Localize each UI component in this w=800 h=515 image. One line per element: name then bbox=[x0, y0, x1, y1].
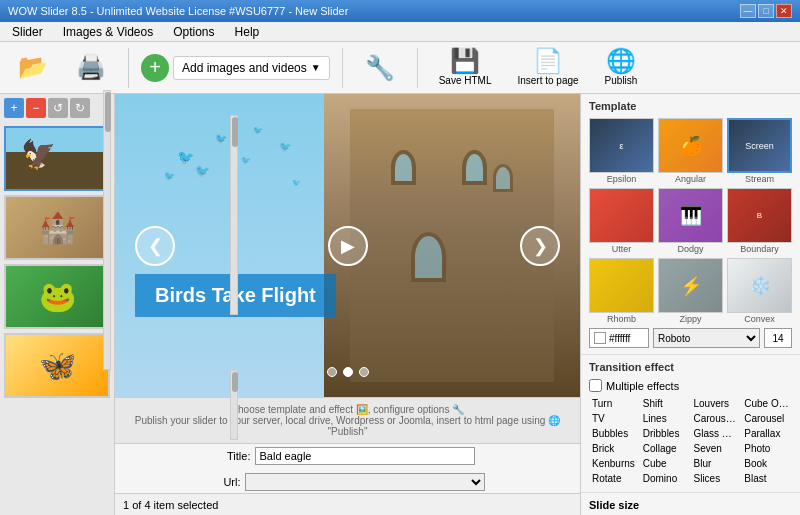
menu-slider[interactable]: Slider bbox=[4, 23, 51, 41]
thumb-remove-button[interactable]: − bbox=[26, 98, 46, 118]
trans-lines[interactable]: Lines bbox=[640, 411, 691, 426]
trans-turn[interactable]: Turn bbox=[589, 396, 640, 411]
title-label: Title: bbox=[221, 450, 251, 462]
template-section-title: Template bbox=[589, 100, 792, 112]
multiple-effects-checkbox[interactable] bbox=[589, 379, 602, 392]
minimize-button[interactable]: — bbox=[740, 4, 756, 18]
template-stream[interactable]: Screen Stream bbox=[727, 118, 792, 184]
trans-glass-paral[interactable]: Glass Paral... bbox=[691, 426, 742, 441]
add-circle-button[interactable]: + bbox=[141, 54, 169, 82]
slide-size-section: Slide size 640x360 800x450 1024x576 Boxe… bbox=[581, 492, 800, 515]
template-icon: 🖼️ bbox=[356, 404, 368, 415]
trans-cube[interactable]: Cube bbox=[640, 456, 691, 471]
template-utter[interactable]: Utter bbox=[589, 188, 654, 254]
trans-louvers[interactable]: Louvers bbox=[691, 396, 742, 411]
title-input[interactable] bbox=[255, 447, 475, 465]
template-thumb-convex[interactable]: ❄️ bbox=[727, 258, 792, 313]
add-dropdown-icon[interactable]: ▼ bbox=[311, 62, 321, 73]
trans-dribbles[interactable]: Dribbles bbox=[640, 426, 691, 441]
thumbnail-4[interactable]: 🦋 bbox=[4, 333, 110, 398]
thumb-scrollbar[interactable] bbox=[103, 94, 111, 370]
template-zippy[interactable]: ⚡ Zippy bbox=[658, 258, 723, 324]
template-label-epsilon: Epsilon bbox=[589, 174, 654, 184]
template-thumb-utter[interactable] bbox=[589, 188, 654, 243]
thumbnail-1[interactable]: 🦅 bbox=[4, 126, 110, 191]
trans-brick[interactable]: Brick bbox=[589, 441, 640, 456]
template-thumb-epsilon[interactable]: ε bbox=[589, 118, 654, 173]
trans-kenburns[interactable]: Kenburns bbox=[589, 456, 640, 471]
slide-dot-2[interactable] bbox=[343, 367, 353, 377]
url-select[interactable] bbox=[245, 473, 485, 491]
font-size-input[interactable] bbox=[764, 328, 792, 348]
template-dodgy[interactable]: 🎹 Dodgy bbox=[658, 188, 723, 254]
slide-play-button[interactable]: ▶ bbox=[328, 226, 368, 266]
template-epsilon[interactable]: ε Epsilon bbox=[589, 118, 654, 184]
template-thumb-stream[interactable]: Screen bbox=[727, 118, 792, 173]
thumbnail-2[interactable]: 🏰 bbox=[4, 195, 110, 260]
open-button[interactable]: 📂 bbox=[8, 50, 58, 86]
trans-collage[interactable]: Collage bbox=[640, 441, 691, 456]
template-thumb-rhomb[interactable] bbox=[589, 258, 654, 313]
trans-carousel-b[interactable]: Carousel B... bbox=[691, 411, 742, 426]
save-html-button[interactable]: 💾 Save HTML bbox=[430, 44, 501, 91]
template-thumb-dodgy[interactable]: 🎹 bbox=[658, 188, 723, 243]
title-field-row: Title: bbox=[221, 447, 475, 465]
add-images-button[interactable]: Add images and videos ▼ bbox=[173, 56, 330, 80]
template-rhomb[interactable]: Rhomb bbox=[589, 258, 654, 324]
template-convex[interactable]: ❄️ Convex bbox=[727, 258, 792, 324]
template-thumb-boundary[interactable]: B bbox=[727, 188, 792, 243]
publish-icon: 🌐 bbox=[606, 49, 636, 73]
trans-book[interactable]: Book bbox=[741, 456, 792, 471]
add-images-label: Add images and videos bbox=[182, 61, 307, 75]
menu-options[interactable]: Options bbox=[165, 23, 222, 41]
close-button[interactable]: ✕ bbox=[776, 4, 792, 18]
multiple-effects-label: Multiple effects bbox=[606, 380, 679, 392]
trans-blur[interactable]: Blur bbox=[691, 456, 742, 471]
trans-bubbles[interactable]: Bubbles bbox=[589, 426, 640, 441]
trans-tv[interactable]: TV bbox=[589, 411, 640, 426]
trans-cube-over[interactable]: Cube Over bbox=[741, 396, 792, 411]
slide-dot-3[interactable] bbox=[359, 367, 369, 377]
trans-slices[interactable]: Slices bbox=[691, 471, 742, 486]
thumb-undo-button[interactable]: ↺ bbox=[48, 98, 68, 118]
template-angular[interactable]: 🍊 Angular bbox=[658, 118, 723, 184]
insert-button[interactable]: 📄 Insert to page bbox=[508, 44, 587, 91]
menu-images-videos[interactable]: Images & Videos bbox=[55, 23, 162, 41]
separator-3 bbox=[417, 48, 418, 88]
thumb-redo-button[interactable]: ↻ bbox=[70, 98, 90, 118]
thumb-add-button[interactable]: + bbox=[4, 98, 24, 118]
slide-prev-button[interactable]: ❮ bbox=[135, 226, 175, 266]
template-label-dodgy: Dodgy bbox=[658, 244, 723, 254]
slide-canvas: 🐦 🐦 🐦 🐦 🐦 🐦 🐦 🐦 ❮ ▶ ❯ Birds Take Flight bbox=[115, 94, 580, 397]
font-select[interactable]: Roboto Arial Verdana bbox=[653, 328, 760, 348]
template-thumb-zippy[interactable]: ⚡ bbox=[658, 258, 723, 313]
publish-button[interactable]: 🌐 Publish bbox=[596, 44, 647, 91]
template-grid: ε Epsilon 🍊 Angular Screen Stream bbox=[589, 118, 792, 324]
thumb-controls: + − ↺ ↻ bbox=[4, 98, 110, 118]
template-label-convex: Convex bbox=[727, 314, 792, 324]
slide-next-button[interactable]: ❯ bbox=[520, 226, 560, 266]
trans-photo[interactable]: Photo bbox=[741, 441, 792, 456]
thumbnail-list: 🦅 🏰 🐸 🦋 bbox=[4, 126, 110, 398]
wizard-button[interactable]: 🔧 bbox=[355, 51, 405, 85]
trans-blast[interactable]: Blast bbox=[741, 471, 792, 486]
menu-help[interactable]: Help bbox=[227, 23, 268, 41]
save-button[interactable]: 🖨️ bbox=[66, 50, 116, 86]
template-thumb-angular[interactable]: 🍊 bbox=[658, 118, 723, 173]
canvas-hint-line2: Publish your slider to your server, loca… bbox=[121, 415, 574, 437]
trans-shift[interactable]: Shift bbox=[640, 396, 691, 411]
maximize-button[interactable]: □ bbox=[758, 4, 774, 18]
template-section: Template ε Epsilon 🍊 Angular Screen bbox=[581, 94, 800, 355]
color-picker[interactable]: #ffffff bbox=[589, 328, 649, 348]
template-label-utter: Utter bbox=[589, 244, 654, 254]
trans-domino[interactable]: Domino bbox=[640, 471, 691, 486]
trans-carousel[interactable]: Carousel bbox=[741, 411, 792, 426]
thumbnail-3[interactable]: 🐸 bbox=[4, 264, 110, 329]
template-label-angular: Angular bbox=[658, 174, 723, 184]
trans-parallax[interactable]: Parallax bbox=[741, 426, 792, 441]
trans-scale[interactable]: Rotate bbox=[589, 471, 640, 486]
slide-dot-1[interactable] bbox=[327, 367, 337, 377]
template-boundary[interactable]: B Boundary bbox=[727, 188, 792, 254]
trans-seven[interactable]: Seven bbox=[691, 441, 742, 456]
right-panel: Template ε Epsilon 🍊 Angular Screen bbox=[580, 94, 800, 515]
